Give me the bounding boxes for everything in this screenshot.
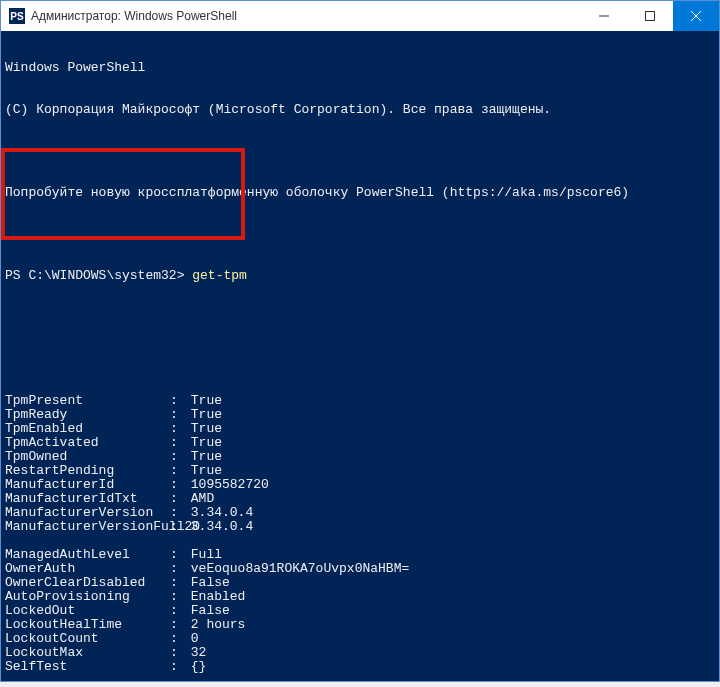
output-separator: :: [170, 506, 183, 520]
output-row: LockoutCount: 0: [5, 632, 715, 646]
output-value: True: [183, 408, 222, 422]
banner-line: Windows PowerShell: [5, 61, 715, 75]
window-title: Администратор: Windows PowerShell: [31, 9, 581, 23]
output-key: LockoutMax: [5, 646, 170, 660]
output-separator: :: [170, 576, 183, 590]
window-controls: [581, 1, 719, 31]
output-key: ManufacturerId: [5, 478, 170, 492]
output-value: Enabled: [183, 590, 245, 604]
output-value: False: [183, 604, 230, 618]
output-row: TpmEnabled: True: [5, 422, 715, 436]
output-row: ManufacturerId: 1095582720: [5, 478, 715, 492]
output-separator: :: [170, 464, 183, 478]
output-separator: :: [170, 604, 183, 618]
output-value: 32: [183, 646, 206, 660]
output-key: AutoProvisioning: [5, 590, 170, 604]
output-value: True: [183, 464, 222, 478]
titlebar[interactable]: PS Администратор: Windows PowerShell: [1, 1, 719, 31]
output-value: AMD: [183, 492, 214, 506]
output-key: ManufacturerVersion: [5, 506, 170, 520]
prompt-line: PS C:\WINDOWS\system32> get-tpm: [5, 269, 715, 283]
output-value: veEoquo8a91ROKA7oUvpx0NaHBM=: [183, 562, 409, 576]
output-separator: :: [170, 450, 183, 464]
output-value: {}: [183, 660, 206, 674]
powershell-window: PS Администратор: Windows PowerShell Win…: [0, 0, 720, 682]
output-separator: :: [170, 562, 183, 576]
output-key: TpmOwned: [5, 450, 170, 464]
output-separator: :: [170, 618, 183, 632]
output-value: 0: [183, 632, 199, 646]
output-row: [5, 534, 715, 548]
maximize-button[interactable]: [627, 1, 673, 31]
output-key: LockoutHealTime: [5, 618, 170, 632]
output-key: ManagedAuthLevel: [5, 548, 170, 562]
output-key: OwnerAuth: [5, 562, 170, 576]
output-key: LockedOut: [5, 604, 170, 618]
command-text: get-tpm: [192, 268, 247, 283]
output-separator: :: [170, 394, 183, 408]
output-row: LockedOut: False: [5, 604, 715, 618]
output-row: ManufacturerVersion: 3.34.0.4: [5, 506, 715, 520]
output-block: TpmPresent: TrueTpmReady: TrueTpmEnabled…: [5, 394, 715, 675]
output-separator: :: [170, 660, 183, 674]
banner-line: (C) Корпорация Майкрософт (Microsoft Cor…: [5, 103, 715, 117]
output-row: OwnerAuth: veEoquo8a91ROKA7oUvpx0NaHBM=: [5, 562, 715, 576]
terminal-area[interactable]: Windows PowerShell (C) Корпорация Майкро…: [1, 31, 719, 681]
output-separator: :: [170, 646, 183, 660]
app-icon-text: PS: [10, 11, 23, 22]
output-row: TpmActivated: True: [5, 436, 715, 450]
output-row: RestartPending: True: [5, 464, 715, 478]
output-key: TpmPresent: [5, 394, 170, 408]
output-separator: :: [170, 492, 183, 506]
output-value: 1095582720: [183, 478, 269, 492]
output-row: TpmOwned: True: [5, 450, 715, 464]
output-row: TpmReady: True: [5, 408, 715, 422]
output-value: True: [183, 394, 222, 408]
output-value: True: [183, 436, 222, 450]
banner-line: Попробуйте новую кроссплатформенную обол…: [5, 186, 715, 200]
output-separator: :: [170, 548, 183, 562]
prompt-prefix: PS C:\WINDOWS\system32>: [5, 268, 192, 283]
output-key: ManufacturerIdTxt: [5, 492, 170, 506]
output-separator: :: [170, 478, 183, 492]
output-separator: :: [170, 590, 183, 604]
output-key: SelfTest: [5, 660, 170, 674]
output-row: SelfTest: {}: [5, 660, 715, 674]
output-row: OwnerClearDisabled: False: [5, 576, 715, 590]
output-value: 2 hours: [183, 618, 245, 632]
output-value: Full: [183, 548, 222, 562]
output-key: RestartPending: [5, 464, 170, 478]
output-value: True: [183, 422, 222, 436]
output-row: LockoutHealTime: 2 hours: [5, 618, 715, 632]
output-separator: :: [170, 520, 183, 534]
output-value: True: [183, 450, 222, 464]
output-key: TpmEnabled: [5, 422, 170, 436]
output-separator: :: [170, 632, 183, 646]
output-value: 3.34.0.4: [183, 520, 253, 534]
output-row: AutoProvisioning: Enabled: [5, 590, 715, 604]
output-key: LockoutCount: [5, 632, 170, 646]
output-key: ManufacturerVersionFull20: [5, 520, 170, 534]
output-row: ManufacturerVersionFull20: 3.34.0.4: [5, 520, 715, 534]
output-key: OwnerClearDisabled: [5, 576, 170, 590]
output-key: TpmReady: [5, 408, 170, 422]
svg-rect-1: [646, 12, 655, 21]
output-row: TpmPresent: True: [5, 394, 715, 408]
close-button[interactable]: [673, 1, 719, 31]
output-separator: :: [170, 436, 183, 450]
output-separator: :: [170, 422, 183, 436]
minimize-button[interactable]: [581, 1, 627, 31]
output-row: ManufacturerIdTxt: AMD: [5, 492, 715, 506]
output-value: False: [183, 576, 230, 590]
output-key: TpmActivated: [5, 436, 170, 450]
output-row: LockoutMax: 32: [5, 646, 715, 660]
output-value: 3.34.0.4: [183, 506, 253, 520]
output-separator: :: [170, 408, 183, 422]
app-icon: PS: [9, 8, 25, 24]
output-row: ManagedAuthLevel: Full: [5, 548, 715, 562]
